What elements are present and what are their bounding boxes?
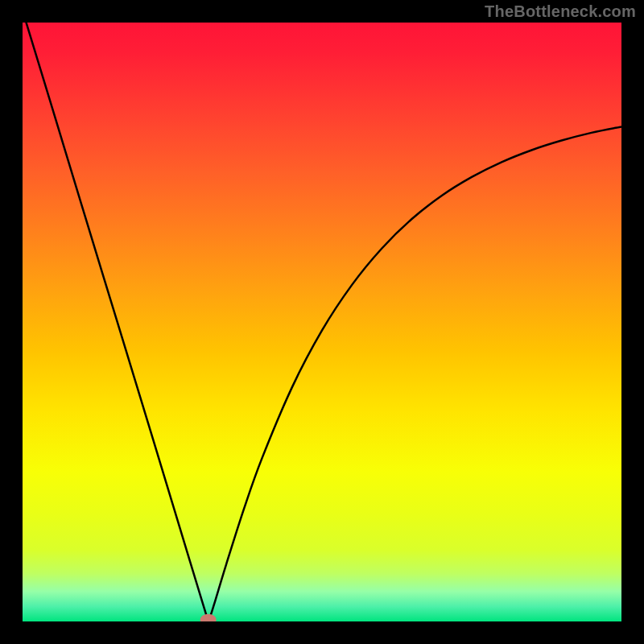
watermark-text: TheBottleneck.com <box>485 2 636 21</box>
plot-area <box>23 23 621 621</box>
chart-frame: TheBottleneck.com <box>0 0 644 644</box>
chart-svg <box>23 23 621 621</box>
gradient-background <box>23 23 621 621</box>
